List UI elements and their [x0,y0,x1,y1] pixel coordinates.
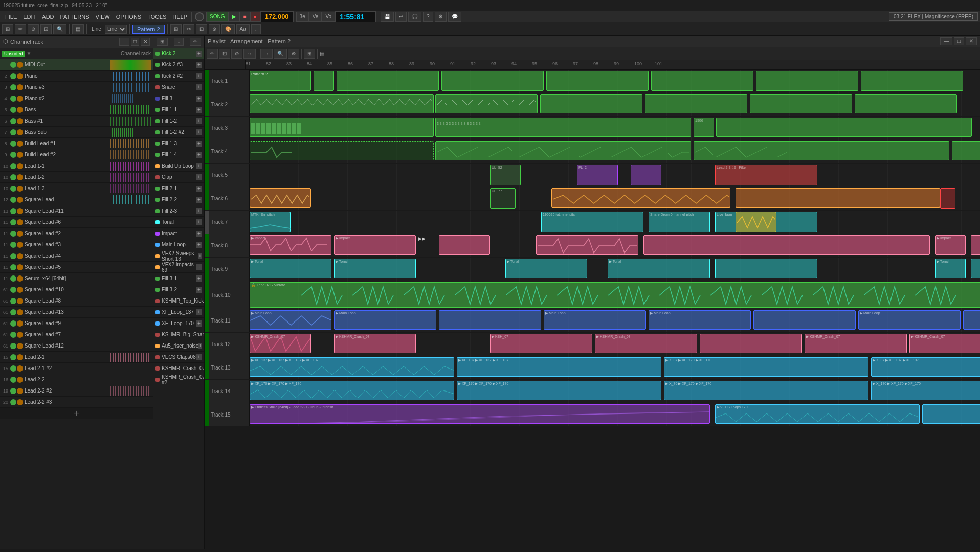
bpm-display[interactable]: 172.000 [260,11,294,22]
channel-row-lead21-2[interactable]: 15 Lead 2-1 #2 [0,363,153,374]
ch-orange[interactable] [17,309,23,315]
pl-select-btn[interactable]: ⊡ [219,49,230,59]
channel-row-sq4[interactable]: 11 Square Lead #4 [0,250,153,262]
pattern-item-fill14[interactable]: Fill 1-4 + [153,149,204,160]
pattern-block[interactable]: ▶ Main Loop [858,310,961,330]
ch-green[interactable] [10,298,16,304]
pattern-item-clap[interactable]: Clap + [153,172,204,183]
pattern-block[interactable] [715,259,817,278]
menu-tools[interactable]: TOOLS [144,13,169,21]
zoom-btn[interactable]: 🔍 [53,24,66,34]
pattern-block[interactable]: UL_77 [490,188,516,209]
channel-row-sq6[interactable]: 11 Square Lead #6 [0,217,153,228]
headphone-btn[interactable]: 🎧 [408,12,421,22]
pattern-item-impact[interactable]: Impact + [153,228,204,239]
track-arm-9[interactable] [205,258,209,281]
pattern-block[interactable]: ▶ Tonal [505,259,587,278]
track-arm-14[interactable] [205,380,209,403]
track-content-13[interactable]: ▶ XF_137 ▶ XF_137 ▶ XF_137 ▶ XF_137 ▶ XF… [250,356,980,379]
track-arm-3[interactable] [205,117,209,140]
ch-green[interactable] [10,129,16,135]
ch-orange[interactable] [17,174,23,180]
record-button[interactable]: ● [250,12,260,22]
pattern-block[interactable]: UL_92 [490,165,521,185]
pattern-block[interactable]: ▶ KSHMR_Crash_07 [334,334,416,353]
pattern-block[interactable] [435,94,538,113]
pattern-item-tonal[interactable]: Tonal + [153,217,204,228]
ch-green[interactable] [10,197,16,203]
chat-btn[interactable]: 💬 [448,12,461,22]
ch-green[interactable] [10,152,16,158]
ch-rack-close[interactable]: ✕ [141,38,150,46]
channel-row-sq8[interactable]: 61 Square Lead #8 [0,295,153,307]
pattern-block[interactable] [971,259,980,278]
pattern-block[interactable] [250,118,434,137]
track-arm-15[interactable] [205,403,209,426]
pattern-col-btn[interactable]: ⊞ [157,38,168,46]
pattern-add[interactable]: + [196,174,202,180]
channel-row-sq3[interactable]: 11 Square Lead #3 [0,239,153,250]
select-btn[interactable]: ⊡ [40,24,52,34]
pattern-block-mainloop[interactable]: ▶ Main Loop [250,310,331,330]
ch-green[interactable] [10,231,16,237]
ch-orange[interactable] [17,320,23,327]
pattern-item-fill13[interactable]: Fill 1-3 + [153,138,204,149]
pattern-block[interactable]: ▶ KSH_07 [490,334,592,353]
pattern-block[interactable] [750,94,852,113]
channel-row-sq2[interactable]: 11 Square Lead #2 [0,228,153,239]
playlist-max[interactable]: □ [954,37,964,45]
pattern-item-xfloop137[interactable]: XF_Loop_137 + [153,307,204,318]
pattern-add[interactable]: + [196,287,202,293]
pattern-block[interactable] [643,235,930,255]
pattern-block[interactable] [645,94,747,113]
track-arm-6[interactable] [205,187,209,210]
channel-row-sq9[interactable]: 61 Square Lead #9 [0,318,153,329]
ch-orange[interactable] [17,208,23,214]
ch-green[interactable] [10,208,16,214]
pattern-block[interactable] [540,94,642,113]
ch-orange[interactable] [17,231,23,237]
pattern-block[interactable]: Pattern 2 [250,71,311,91]
pattern-add[interactable]: + [196,107,202,113]
pattern-block[interactable] [551,188,730,208]
pattern-block-tonal[interactable]: ▶ Tonal [250,259,331,278]
pattern-item-fill22[interactable]: Fill 2-2 + [153,194,204,205]
ch-green[interactable] [10,73,16,79]
pattern-block[interactable] [861,71,963,91]
pattern-block[interactable]: ▶ Main Loop [649,310,751,330]
pattern-item-vfx2short[interactable]: VFX2 Sweeps Short 13 + [153,250,204,262]
pattern-block[interactable]: ▶ KSHMR_Crash_07 [909,334,980,353]
pattern-add[interactable]: + [196,231,202,237]
ch-orange[interactable] [17,152,23,158]
channel-row-lead13[interactable]: 10 Lead 1-3 [0,183,153,194]
pattern-block[interactable] [736,212,776,232]
pattern-block-lead[interactable]: 🔒 Lead 3-1 - Vibrato [250,282,980,308]
pattern-block[interactable] [952,141,980,160]
track-content-3[interactable]: 3 3 3 3 3 3 3 3 3 3 3 3 3 3 3 1906 [250,117,980,140]
pattern-block[interactable] [922,404,980,424]
ch-green[interactable] [10,264,16,270]
pattern-block[interactable] [694,141,949,160]
stamp-btn[interactable]: ⊞ [170,24,182,34]
pattern-item-kshmr-snare[interactable]: KSHMR_Big_Snare_11 + [153,329,204,340]
playlist-btn[interactable]: ▤ [72,24,84,34]
pattern-add[interactable]: + [196,51,202,57]
pattern-block[interactable] [250,141,434,160]
menu-patterns[interactable]: PATTERNS [57,13,93,21]
ch-rack-btn1[interactable]: — [119,38,129,46]
pattern-item-fill21[interactable]: Fill 2-1 + [153,183,204,194]
playlist-close[interactable]: ✕ [966,37,977,45]
track-content-1[interactable]: Pattern 2 [250,70,980,93]
step-btn[interactable]: Ve [309,12,322,22]
pattern-block[interactable]: ▶ XF_137 ▶ XF_137 ▶ XF_137 [457,357,661,377]
play-button[interactable]: ▶ [229,12,240,22]
ch-orange[interactable] [17,84,23,90]
ch-orange[interactable] [17,129,23,135]
channel-row-sq5[interactable]: 11 Square Lead #5 [0,262,153,273]
channel-row-serum[interactable]: 11 Serum_x64 [64bit] [0,273,153,284]
ch-rack-btn2[interactable]: □ [131,38,139,46]
ch-orange[interactable] [17,96,23,102]
pattern-add[interactable]: + [196,152,202,158]
pattern-block[interactable]: ▶ KSHMR_Crash_07 [805,334,907,353]
ch-green[interactable] [10,365,16,372]
